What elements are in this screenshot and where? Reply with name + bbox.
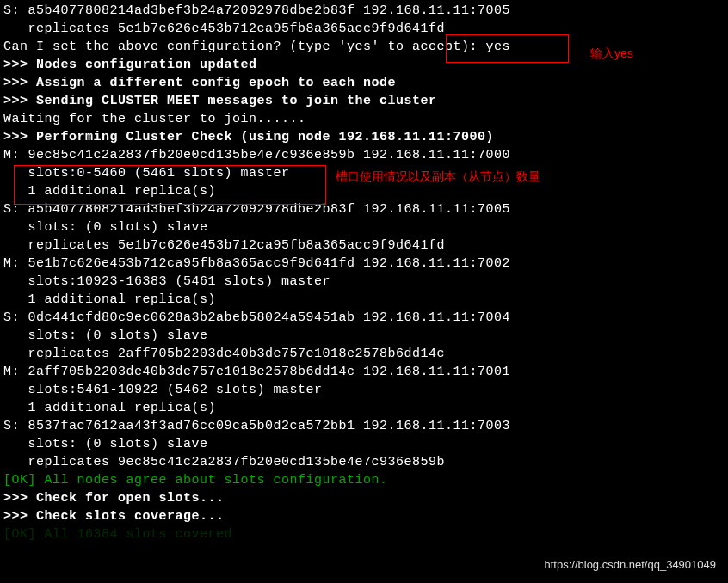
term-line: S: a5b4077808214ad3bef3b24a72092978dbe2b… xyxy=(3,2,725,20)
term-line: S: a5b4077808214ad3bef3b24a72092978dbe2b… xyxy=(3,200,725,218)
term-line: S: 8537fac7612aa43f3ad76cc09ca5b0d2ca572… xyxy=(3,417,725,435)
watermark: https://blog.csdn.net/qq_34901049 xyxy=(545,557,717,573)
term-line: M: 2aff705b2203de40b3de757e1018e2578b6dd… xyxy=(3,363,725,381)
term-line: slots:10923-16383 (5461 slots) master xyxy=(3,273,725,291)
term-line: slots: (0 slots) slave xyxy=(3,218,725,236)
term-line: >>> Sending CLUSTER MEET messages to joi… xyxy=(3,92,725,110)
term-line: [OK] All 16384 slots covered xyxy=(3,525,725,543)
term-line: slots: (0 slots) slave xyxy=(3,435,725,453)
annotation-text: 槽口使用情况以及副本（从节点）数量 xyxy=(336,169,540,186)
term-line: slots: (0 slots) slave xyxy=(3,327,725,345)
term-line: M: 5e1b7c626e453b712ca95fb8a365acc9f9d64… xyxy=(3,255,725,273)
term-line: replicates 5e1b7c626e453b712ca95fb8a365a… xyxy=(3,20,725,38)
term-line: >>> Check slots coverage... xyxy=(3,507,725,525)
term-line: M: 9ec85c41c2a2837fb20e0cd135be4e7c936e8… xyxy=(3,146,725,164)
term-line: >>> Check for open slots... xyxy=(3,489,725,507)
term-line: >>> Assign a different config epoch to e… xyxy=(3,74,725,92)
annotation-text: 输入yes xyxy=(590,46,633,63)
term-line: replicates 9ec85c41c2a2837fb20e0cd135be4… xyxy=(3,453,725,471)
term-line: 1 additional replica(s) xyxy=(3,399,725,417)
term-line: [OK] All nodes agree about slots configu… xyxy=(3,471,725,489)
term-line: replicates 5e1b7c626e453b712ca95fb8a365a… xyxy=(3,236,725,255)
term-line: Waiting for the cluster to join...... xyxy=(3,110,725,128)
term-line: 1 additional replica(s) xyxy=(3,291,725,309)
term-line: >>> Performing Cluster Check (using node… xyxy=(3,128,725,146)
term-line: S: 0dc441cfd80c9ec0628a3b2abeb58024a5945… xyxy=(3,309,725,327)
term-line: replicates 2aff705b2203de40b3de757e1018e… xyxy=(3,345,725,363)
term-line: slots:5461-10922 (5462 slots) master xyxy=(3,381,725,399)
